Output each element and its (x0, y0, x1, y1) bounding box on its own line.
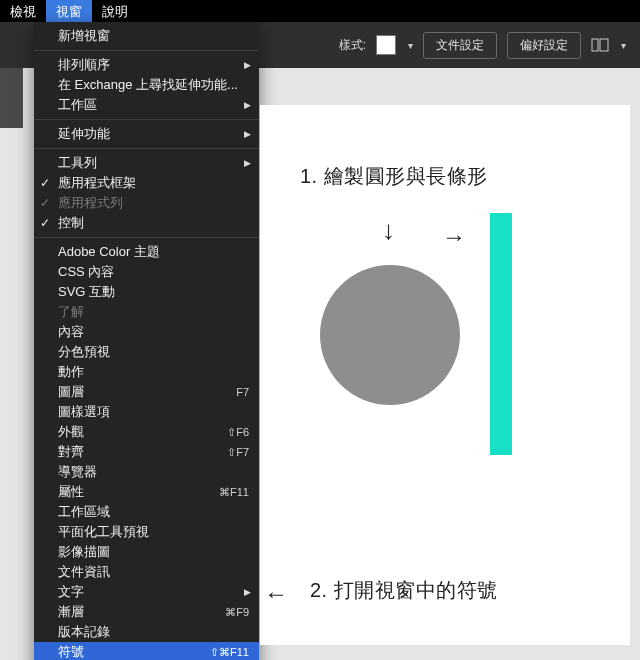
menu-app-frame[interactable]: ✓應用程式框架 (34, 173, 259, 193)
menu-window[interactable]: 視窗 (46, 0, 92, 22)
menu-arrange[interactable]: 排列順序 (34, 55, 259, 75)
menu-css[interactable]: CSS 內容 (34, 262, 259, 282)
menu-view[interactable]: 檢視 (0, 0, 46, 22)
arrow-left-icon: ← (264, 580, 288, 608)
menu-doc-info[interactable]: 文件資訊 (34, 562, 259, 582)
menu-gradient[interactable]: 漸層⌘F9 (34, 602, 259, 622)
menu-separator (34, 148, 259, 149)
drawn-bar (490, 213, 512, 455)
preferences-button[interactable]: 偏好設定 (507, 32, 581, 59)
arrow-right-icon: → (442, 223, 466, 251)
menu-learn: 了解 (34, 302, 259, 322)
menu-appearance[interactable]: 外觀⇧F6 (34, 422, 259, 442)
style-label: 樣式: (339, 37, 366, 54)
menu-version-history[interactable]: 版本記錄 (34, 622, 259, 642)
annotation-step-2: 2. 打開視窗中的符號 (310, 577, 498, 604)
menu-svg[interactable]: SVG 互動 (34, 282, 259, 302)
panel-toggle-icon[interactable] (591, 38, 609, 52)
menu-align[interactable]: 對齊⇧F7 (34, 442, 259, 462)
menu-attributes[interactable]: 屬性⌘F11 (34, 482, 259, 502)
svg-rect-0 (592, 39, 598, 51)
panel-toggle-dropdown-icon[interactable]: ▾ (621, 40, 626, 51)
menu-new-window[interactable]: 新增視窗 (34, 26, 259, 46)
style-swatch[interactable] (376, 35, 396, 55)
style-dropdown-icon[interactable]: ▾ (408, 40, 413, 51)
checkmark-icon: ✓ (40, 216, 50, 230)
menu-workspace[interactable]: 工作區 (34, 95, 259, 115)
menu-artboards[interactable]: 工作區域 (34, 502, 259, 522)
document-setup-button[interactable]: 文件設定 (423, 32, 497, 59)
menu-symbols[interactable]: 符號⇧⌘F11 (34, 642, 259, 660)
tool-panel-strip (0, 68, 23, 128)
menu-type[interactable]: 文字 (34, 582, 259, 602)
menu-adobe-color[interactable]: Adobe Color 主題 (34, 242, 259, 262)
menu-image-trace[interactable]: 影像描圖 (34, 542, 259, 562)
menu-extensions[interactable]: 延伸功能 (34, 124, 259, 144)
drawn-circle (320, 265, 460, 405)
artboard: 1. 繪製圓形與長條形 ↓ → ← 2. 打開視窗中的符號 (260, 105, 630, 645)
menu-content[interactable]: 內容 (34, 322, 259, 342)
svg-rect-1 (600, 39, 608, 51)
menu-help[interactable]: 說明 (92, 0, 138, 22)
checkmark-icon: ✓ (40, 176, 50, 190)
menu-graphic-styles[interactable]: 圖樣選項 (34, 402, 259, 422)
annotation-step-1: 1. 繪製圓形與長條形 (300, 163, 488, 190)
arrow-down-icon: ↓ (382, 215, 395, 246)
menu-app-bar: ✓應用程式列 (34, 193, 259, 213)
menu-navigator[interactable]: 導覽器 (34, 462, 259, 482)
menu-layers[interactable]: 圖層F7 (34, 382, 259, 402)
menu-toolbar[interactable]: 工具列 (34, 153, 259, 173)
menubar: 檢視 視窗 說明 (0, 0, 640, 22)
menu-exchange[interactable]: 在 Exchange 上尋找延伸功能... (34, 75, 259, 95)
menu-separator (34, 237, 259, 238)
menu-separator (34, 119, 259, 120)
menu-control[interactable]: ✓控制 (34, 213, 259, 233)
checkmark-icon: ✓ (40, 196, 50, 210)
menu-flattener[interactable]: 平面化工具預視 (34, 522, 259, 542)
menu-separation-preview[interactable]: 分色預視 (34, 342, 259, 362)
menu-actions[interactable]: 動作 (34, 362, 259, 382)
menu-separator (34, 50, 259, 51)
window-menu-dropdown: 新增視窗 排列順序 在 Exchange 上尋找延伸功能... 工作區 延伸功能… (34, 22, 259, 660)
